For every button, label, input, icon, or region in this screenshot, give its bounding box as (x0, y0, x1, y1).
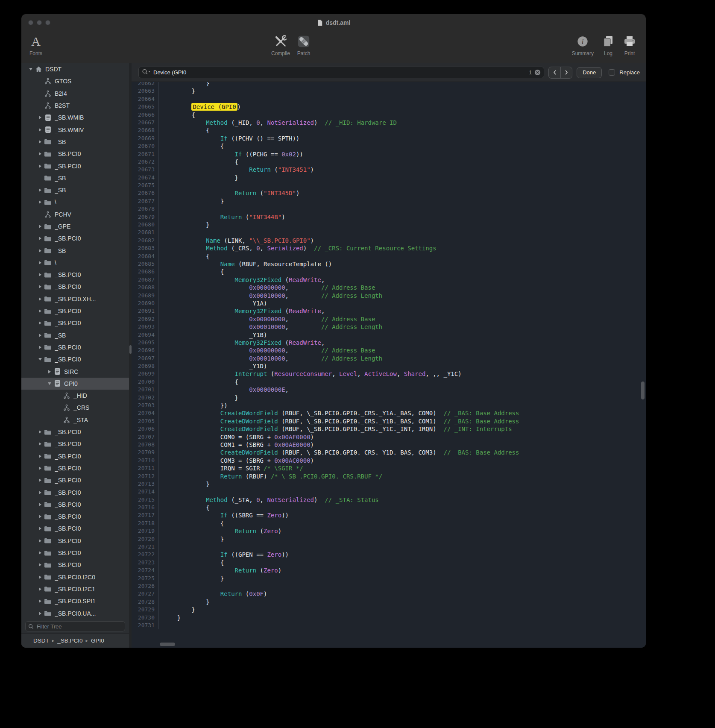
sidebar-item-sb-pci0[interactable]: _SB.PCI0 (21, 269, 129, 281)
chevron-right-icon[interactable] (37, 334, 44, 337)
horizontal-scrollbar[interactable] (160, 643, 175, 646)
chevron-right-icon[interactable] (37, 249, 44, 252)
code-line[interactable]: 20713 } (132, 480, 646, 488)
sidebar-item-sb-pci0[interactable]: _SB.PCI0 (21, 426, 129, 438)
code-line[interactable]: 20714 (132, 488, 646, 496)
code-line[interactable]: 20693 0x00010000, // Address Length (132, 323, 646, 331)
code-line[interactable]: 20731 (132, 622, 646, 629)
code-line[interactable]: 20729 } (132, 606, 646, 614)
sidebar-item-dsdt[interactable]: DSDT (21, 63, 129, 75)
code-line[interactable]: 20669 If ((PCHV () == SPTH)) (132, 135, 646, 142)
chevron-right-icon[interactable] (37, 200, 44, 204)
chevron-right-icon[interactable] (37, 346, 44, 349)
sidebar-item-sb-pci0[interactable]: _SB.PCI0 (21, 317, 129, 329)
sidebar-item-sb-pci0[interactable]: _SB.PCI0 (21, 281, 129, 293)
code-line[interactable]: 20664 (132, 95, 646, 103)
chevron-right-icon[interactable] (37, 152, 44, 156)
code-line[interactable]: 20726 (132, 582, 646, 590)
code-line[interactable]: 20691 Memory32Fixed (ReadWrite, (132, 307, 646, 315)
find-field[interactable]: 1 (138, 67, 544, 78)
code-line[interactable]: 20720 } (132, 535, 646, 543)
code-line[interactable]: 20696 0x00000000, // Address Base (132, 346, 646, 354)
code-line[interactable]: 20702 } (132, 394, 646, 402)
sidebar-item-sb-pci0[interactable]: _SB.PCI0 (21, 341, 129, 353)
sidebar-item-sb-wmiv[interactable]: _SB.WMIV (21, 123, 129, 135)
chevron-down-icon[interactable] (37, 358, 44, 361)
code-line[interactable]: 20710 COM3 = (SBRG + 0x00AC0000) (132, 457, 646, 464)
sidebar-item-sb-pci0[interactable]: _SB.PCI0 (21, 474, 129, 486)
code-line[interactable]: 20666 { (132, 111, 646, 119)
sidebar-item-gtos[interactable]: GTOS (21, 75, 129, 87)
code-line[interactable]: 20717 If ((SBRG == Zero)) (132, 511, 646, 519)
sidebar-item-sb-pci0-spi1[interactable]: _SB.PCI0.SPI1 (21, 595, 129, 607)
code-line[interactable]: 20665 Device (GPI0) (132, 103, 646, 111)
code-line[interactable]: 20680 } (132, 221, 646, 229)
breadcrumb-item[interactable]: GPI0 (91, 637, 104, 644)
code-line[interactable]: 20719 Return (Zero) (132, 527, 646, 535)
code-line[interactable]: 20672 { (132, 158, 646, 166)
sidebar-item-sb-pci0[interactable]: _SB.PCI0 (21, 462, 129, 474)
code-line[interactable]: 20725 } (132, 575, 646, 582)
chevron-right-icon[interactable] (37, 575, 44, 579)
code-line[interactable]: 20686 { (132, 268, 646, 276)
code-line[interactable]: 20668 { (132, 126, 646, 134)
sidebar-item-hid[interactable]: _HID (21, 390, 129, 402)
done-button[interactable]: Done (577, 67, 602, 78)
code-line[interactable]: 20715 Method (_STA, 0, NotSerialized) //… (132, 496, 646, 504)
sidebar-item-sirc[interactable]: SIRC (21, 365, 129, 377)
sidebar-item-b2st[interactable]: B2ST (21, 100, 129, 112)
chevron-right-icon[interactable] (37, 297, 44, 301)
sidebar-item-sb[interactable]: _SB (21, 244, 129, 256)
chevron-right-icon[interactable] (37, 442, 44, 446)
sidebar-item-sb-pci0-xh[interactable]: _SB.PCI0.XH... (21, 293, 129, 305)
code-line[interactable]: 20698 _Y1D) (132, 362, 646, 370)
chevron-right-icon[interactable] (46, 370, 53, 373)
code-line[interactable]: 20682 Name (LINK, "\\_SB.PCI0.GPI0") (132, 237, 646, 244)
sidebar-item-sb-pci0-ua[interactable]: _SB.PCI0.UA... (21, 607, 129, 619)
code-line[interactable]: 20723 { (132, 559, 646, 567)
sidebar-item-sb-pci0[interactable]: _SB.PCI0 (21, 535, 129, 547)
sidebar-item-sb-pci0[interactable]: _SB.PCI0 (21, 559, 129, 571)
chevron-right-icon[interactable] (37, 140, 44, 144)
code-line[interactable]: 20730 } (132, 614, 646, 622)
sidebar-item-sb[interactable]: _SB (21, 172, 129, 184)
code-line[interactable]: 20694 _Y1B) (132, 331, 646, 339)
code-line[interactable]: 20662 } (132, 82, 646, 87)
breadcrumb-item[interactable]: _SB.PCI0 (57, 637, 82, 644)
sidebar-item-sb-pci0[interactable]: _SB.PCI0 (21, 148, 129, 160)
code-line[interactable]: 20684 { (132, 252, 646, 260)
chevron-right-icon[interactable] (37, 551, 44, 555)
sidebar-item-sb-pci0-i2c1[interactable]: _SB.PCI0.I2C1 (21, 583, 129, 595)
print-button[interactable]: Print (623, 33, 636, 56)
code-line[interactable]: 20701 0x0000000E, (132, 386, 646, 393)
chevron-down-icon[interactable] (27, 68, 34, 70)
vertical-scrollbar[interactable] (641, 382, 645, 399)
compile-button[interactable]: Compile (271, 33, 290, 56)
code-line[interactable]: 20705 CreateDWordField (RBUF, \_SB.PCI0.… (132, 417, 646, 425)
sidebar-item-sb-pci0[interactable]: _SB.PCI0 (21, 160, 129, 172)
sidebar-item-sb[interactable]: _SB (21, 136, 129, 148)
code-line[interactable]: 20711 IRQN = SGIR /* \SGIR */ (132, 464, 646, 472)
find-input[interactable] (153, 69, 526, 76)
code-line[interactable]: 20674 } (132, 174, 646, 182)
chevron-right-icon[interactable] (37, 116, 44, 119)
code-line[interactable]: 20679 Return ("INT344B") (132, 213, 646, 221)
chevron-right-icon[interactable] (37, 237, 44, 240)
chevron-right-icon[interactable] (37, 612, 44, 615)
chevron-right-icon[interactable] (37, 587, 44, 591)
find-next-button[interactable] (560, 67, 572, 78)
chevron-right-icon[interactable] (37, 563, 44, 567)
titlebar[interactable]: dsdt.aml (21, 14, 646, 31)
sidebar-item-root[interactable]: \ (21, 257, 129, 269)
code-line[interactable]: 20709 CreateDWordField (RBUF, \_SB.PCI0.… (132, 449, 646, 456)
sidebar-item-root[interactable]: \ (21, 196, 129, 208)
chevron-down-icon[interactable] (46, 382, 53, 385)
code-line[interactable]: 20675 (132, 182, 646, 189)
chevron-right-icon[interactable] (37, 164, 44, 168)
code-line[interactable]: 20670 { (132, 142, 646, 150)
code-line[interactable]: 20692 0x00000000, // Address Base (132, 315, 646, 323)
code-line[interactable]: 20678 (132, 205, 646, 213)
code-line[interactable]: 20695 Memory32Fixed (ReadWrite, (132, 339, 646, 346)
sidebar-item-sb-pci0-i2c0[interactable]: _SB.PCI0.I2C0 (21, 571, 129, 583)
divider-knob-icon[interactable] (129, 345, 132, 354)
